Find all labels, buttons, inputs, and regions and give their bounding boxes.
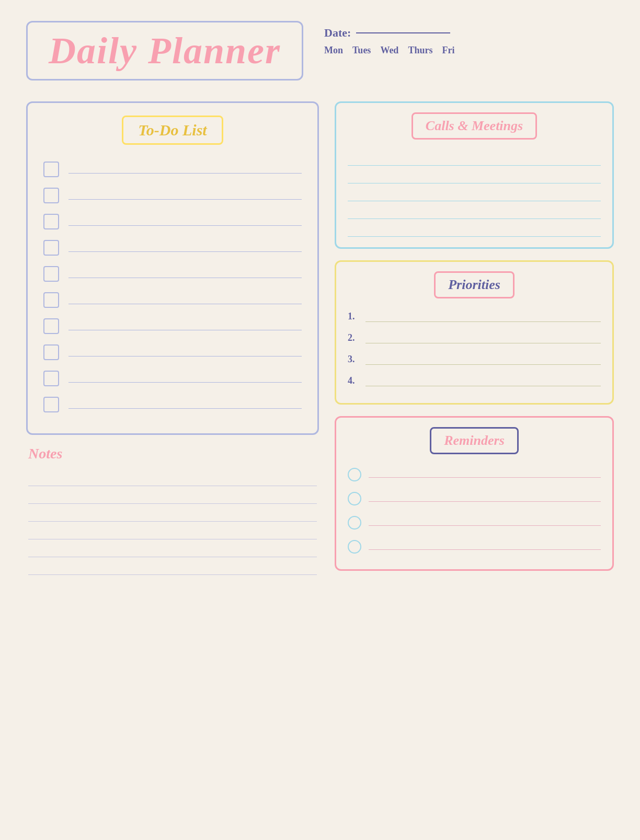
notes-title: Notes <box>28 445 317 462</box>
date-underline <box>356 32 450 33</box>
date-line: Date: <box>324 26 454 40</box>
calls-line-4 <box>348 201 601 219</box>
date-label: Date: <box>324 26 351 40</box>
left-column: To-Do List <box>26 101 319 575</box>
todo-line-6 <box>68 304 302 304</box>
notes-line-3 <box>28 504 317 522</box>
reminder-circle-3[interactable] <box>348 516 361 530</box>
todo-line-9 <box>68 382 302 383</box>
reminders-title: Reminders <box>430 427 519 454</box>
reminders-box: Reminders <box>335 416 614 571</box>
notes-line-2 <box>28 486 317 504</box>
calls-line-2 <box>348 166 601 183</box>
priorities-items: 1. 2. 3. 4. <box>348 307 601 393</box>
reminders-items <box>348 463 601 559</box>
day-fri[interactable]: Fri <box>442 45 454 56</box>
todo-title-wrapper: To-Do List <box>43 116 302 145</box>
calls-title: Calls & Meetings <box>412 112 537 140</box>
todo-line-8 <box>68 356 302 356</box>
todo-line-3 <box>68 225 302 226</box>
notes-lines <box>28 468 317 575</box>
title-box: Daily Planner <box>26 21 303 80</box>
todo-item <box>43 156 302 182</box>
todo-line-10 <box>68 408 302 409</box>
reminder-line-1 <box>369 477 601 478</box>
todo-item <box>43 235 302 261</box>
notes-section: Notes <box>26 445 319 575</box>
calls-lines <box>348 148 601 237</box>
days-row: Mon Tues Wed Thurs Fri <box>324 45 454 56</box>
todo-checkbox-2[interactable] <box>43 188 59 203</box>
priority-line-4 <box>365 386 601 386</box>
todo-checkbox-10[interactable] <box>43 397 59 412</box>
todo-line-2 <box>68 199 302 200</box>
reminder-item-4 <box>348 535 601 559</box>
date-section: Date: Mon Tues Wed Thurs Fri <box>324 21 454 56</box>
priority-number-3: 3. <box>348 354 360 367</box>
todo-checkbox-7[interactable] <box>43 318 59 334</box>
priority-number-1: 1. <box>348 311 360 324</box>
todo-checkbox-1[interactable] <box>43 162 59 177</box>
reminder-item-2 <box>348 487 601 511</box>
todo-item <box>43 392 302 418</box>
todo-line-5 <box>68 278 302 278</box>
priority-item-1: 1. <box>348 307 601 328</box>
reminder-line-3 <box>369 525 601 526</box>
priority-item-3: 3. <box>348 350 601 371</box>
notes-line-4 <box>28 522 317 539</box>
right-column: Calls & Meetings Priorities 1. <box>335 101 614 571</box>
todo-checkbox-5[interactable] <box>43 266 59 282</box>
header: Daily Planner Date: Mon Tues Wed Thurs F… <box>26 21 614 80</box>
todo-title: To-Do List <box>122 116 223 145</box>
reminder-line-2 <box>369 501 601 502</box>
priority-number-2: 2. <box>348 332 360 346</box>
priority-number-4: 4. <box>348 375 360 388</box>
priority-line-3 <box>365 364 601 365</box>
day-thurs[interactable]: Thurs <box>408 45 432 56</box>
day-tues[interactable]: Tues <box>352 45 371 56</box>
priorities-title: Priorities <box>434 271 515 298</box>
calls-meetings-box: Calls & Meetings <box>335 101 614 249</box>
todo-item <box>43 313 302 339</box>
day-wed[interactable]: Wed <box>380 45 398 56</box>
priority-line-1 <box>365 321 601 322</box>
priority-item-2: 2. <box>348 328 601 350</box>
todo-item <box>43 365 302 392</box>
calls-line-5 <box>348 219 601 237</box>
day-mon[interactable]: Mon <box>324 45 343 56</box>
reminder-line-4 <box>369 549 601 550</box>
todo-item <box>43 182 302 209</box>
todo-item <box>43 339 302 365</box>
todo-line-4 <box>68 251 302 252</box>
notes-line-5 <box>28 539 317 557</box>
reminder-item-1 <box>348 463 601 487</box>
priorities-title-wrapper: Priorities <box>348 271 601 298</box>
priority-line-2 <box>365 343 601 343</box>
calls-line-3 <box>348 183 601 201</box>
todo-checkbox-4[interactable] <box>43 240 59 256</box>
todo-line-7 <box>68 330 302 330</box>
notes-line-6 <box>28 557 317 575</box>
reminders-title-wrapper: Reminders <box>348 427 601 454</box>
todo-checkbox-6[interactable] <box>43 292 59 308</box>
reminder-circle-2[interactable] <box>348 492 361 505</box>
priorities-box: Priorities 1. 2. 3. 4. <box>335 260 614 405</box>
todo-checkbox-9[interactable] <box>43 371 59 386</box>
priority-item-4: 4. <box>348 371 601 393</box>
calls-line-1 <box>348 148 601 166</box>
todo-line-1 <box>68 173 302 174</box>
notes-line-1 <box>28 468 317 486</box>
page-title: Daily Planner <box>49 32 281 70</box>
reminder-circle-4[interactable] <box>348 540 361 554</box>
todo-item <box>43 261 302 287</box>
todo-checkbox-8[interactable] <box>43 344 59 360</box>
todo-checkbox-3[interactable] <box>43 214 59 229</box>
todo-item <box>43 287 302 313</box>
calls-title-wrapper: Calls & Meetings <box>348 112 601 140</box>
reminder-item-3 <box>348 511 601 535</box>
reminder-circle-1[interactable] <box>348 468 361 481</box>
todo-items <box>43 156 302 418</box>
main-content: To-Do List <box>26 101 614 575</box>
todo-box: To-Do List <box>26 101 319 435</box>
todo-item <box>43 209 302 235</box>
